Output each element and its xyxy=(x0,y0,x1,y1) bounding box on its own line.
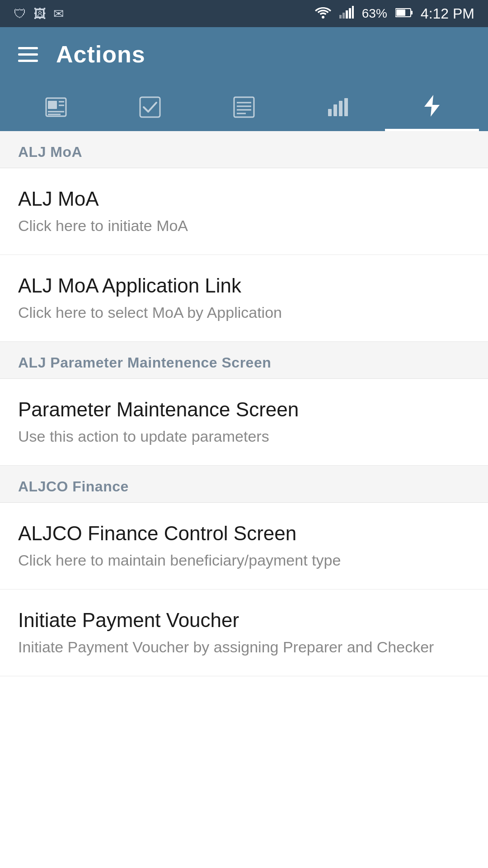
list-item-finance-control-subtitle: Click here to maintain beneficiary/payme… xyxy=(18,550,470,570)
tab-actions[interactable] xyxy=(385,88,479,131)
section-header-alj-moa: ALJ MoA xyxy=(0,131,488,168)
time-display: 4:12 PM xyxy=(421,5,474,22)
list-item-finance-control[interactable]: ALJCO Finance Control Screen Click here … xyxy=(0,503,488,590)
list-item-param-maintenance[interactable]: Parameter Maintenance Screen Use this ac… xyxy=(0,379,488,466)
list-item-alj-moa-app-link[interactable]: ALJ MoA Application Link Click here to s… xyxy=(0,255,488,342)
list-item-finance-control-title: ALJCO Finance Control Screen xyxy=(18,522,470,546)
battery-icon xyxy=(395,7,413,21)
svg-rect-4 xyxy=(349,8,351,19)
section-header-aljco-finance: ALJCO Finance xyxy=(0,466,488,503)
svg-rect-2 xyxy=(343,13,345,19)
content-area: ALJ MoA ALJ MoA Click here to initiate M… xyxy=(0,131,488,676)
email-icon: ✉ xyxy=(53,6,64,21)
lightning-icon xyxy=(422,94,441,123)
svg-rect-8 xyxy=(396,9,405,16)
hamburger-menu-icon[interactable] xyxy=(18,47,38,62)
section-title-alj-param: ALJ Parameter Maintenence Screen xyxy=(18,354,271,371)
tab-bar xyxy=(0,81,488,131)
list-item-alj-moa-app-link-title: ALJ MoA Application Link xyxy=(18,274,470,298)
svg-rect-10 xyxy=(48,101,57,109)
shield-icon: 🛡 xyxy=(14,6,26,21)
list-item-payment-voucher-subtitle: Initiate Payment Voucher by assigning Pr… xyxy=(18,637,470,657)
wifi-icon xyxy=(315,6,331,22)
svg-rect-21 xyxy=(328,109,332,116)
svg-rect-3 xyxy=(346,10,348,19)
tab-list[interactable] xyxy=(197,88,291,131)
status-icons-left: 🛡 🖼 ✉ xyxy=(14,6,64,21)
image-icon: 🖼 xyxy=(33,6,46,21)
svg-rect-24 xyxy=(344,98,348,116)
svg-marker-25 xyxy=(424,95,440,117)
stats-icon xyxy=(326,95,350,124)
app-bar: Actions xyxy=(0,27,488,81)
section-title-aljco-finance: ALJCO Finance xyxy=(18,478,129,495)
svg-rect-23 xyxy=(339,101,343,116)
page-title: Actions xyxy=(56,41,145,68)
check-icon xyxy=(138,95,162,124)
section-header-alj-param: ALJ Parameter Maintenence Screen xyxy=(0,342,488,379)
list-item-payment-voucher-title: Initiate Payment Voucher xyxy=(18,609,470,632)
battery-level: 63% xyxy=(362,6,387,21)
svg-rect-1 xyxy=(339,15,342,19)
svg-rect-5 xyxy=(352,6,354,19)
signal-icon xyxy=(339,6,354,22)
news-icon xyxy=(44,95,68,124)
svg-rect-7 xyxy=(411,11,413,14)
list-item-alj-moa-app-link-subtitle: Click here to select MoA by Application xyxy=(18,302,470,322)
svg-rect-22 xyxy=(333,104,337,116)
status-bar: 🛡 🖼 ✉ 63% xyxy=(0,0,488,27)
list-item-param-maintenance-title: Parameter Maintenance Screen xyxy=(18,398,470,422)
tab-tasks[interactable] xyxy=(103,88,197,131)
list-item-alj-moa-title: ALJ MoA xyxy=(18,187,470,211)
tab-stats[interactable] xyxy=(291,88,385,131)
section-title-alj-moa: ALJ MoA xyxy=(18,144,82,160)
status-icons-right: 63% 4:12 PM xyxy=(315,5,474,22)
list-item-alj-moa-subtitle: Click here to initiate MoA xyxy=(18,216,470,236)
list-icon xyxy=(232,95,256,124)
list-item-alj-moa[interactable]: ALJ MoA Click here to initiate MoA xyxy=(0,168,488,255)
tab-news[interactable] xyxy=(9,88,103,131)
list-item-payment-voucher[interactable]: Initiate Payment Voucher Initiate Paymen… xyxy=(0,590,488,676)
svg-point-0 xyxy=(322,16,324,19)
list-item-param-maintenance-subtitle: Use this action to update parameters xyxy=(18,426,470,446)
